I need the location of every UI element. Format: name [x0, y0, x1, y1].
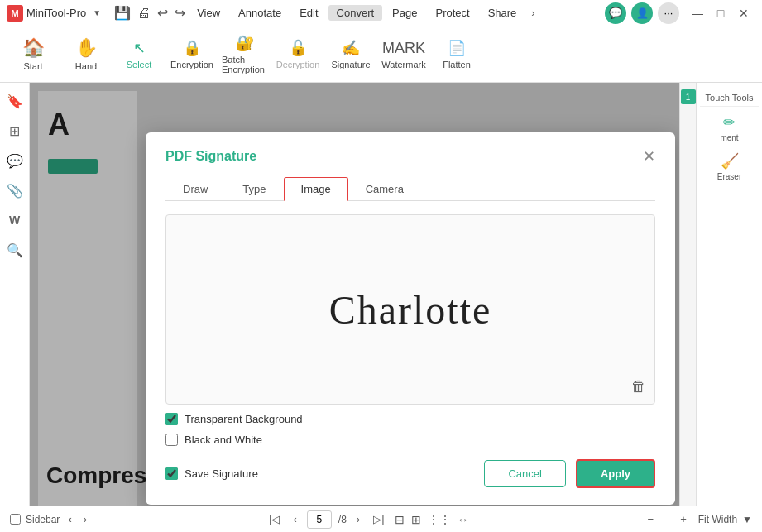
save-icon[interactable]: 💾	[114, 5, 131, 21]
signature-preview: Charlotte	[329, 287, 492, 333]
watermark-icon: MARK	[382, 40, 425, 57]
save-signature-label: Save Signature	[185, 467, 258, 480]
tool-start[interactable]: 🏠 Start	[7, 30, 60, 79]
view-icon-4[interactable]: ↔	[458, 513, 469, 526]
menu-protect[interactable]: Protect	[427, 5, 477, 21]
sidebar-attachments-icon[interactable]: 📎	[3, 179, 26, 202]
tool-watermark[interactable]: MARK Watermark	[377, 30, 430, 79]
app-logo: M	[7, 5, 23, 22]
tool-batch-encryption[interactable]: 🔐 Batch Encryption	[218, 30, 271, 79]
black-white-checkbox[interactable]	[165, 434, 178, 446]
save-sig-row: Save Signature	[165, 467, 484, 480]
menu-page[interactable]: Page	[384, 5, 425, 21]
minimize-button[interactable]: —	[686, 5, 709, 22]
last-page-button[interactable]: ▷|	[370, 511, 387, 527]
nav-next-page-btn[interactable]: ›	[80, 511, 90, 527]
tool-encryption[interactable]: 🔒 Encryption	[165, 30, 218, 79]
encryption-icon: 🔒	[183, 39, 201, 57]
dialog-footer: Save Signature Cancel Apply	[165, 459, 655, 488]
pdf-signature-dialog: PDF Signature ✕ Draw Type Image Camera C…	[146, 132, 675, 505]
dialog-close-button[interactable]: ✕	[643, 149, 655, 164]
cancel-button[interactable]: Cancel	[484, 460, 565, 487]
tool-hand[interactable]: ✋ Hand	[60, 30, 113, 79]
tool-signature-label: Signature	[331, 60, 370, 69]
status-bar-right: − — + Fit Width ▼	[645, 511, 752, 527]
undo-icon[interactable]: ↩	[157, 5, 168, 21]
view-icon-3[interactable]: ⋮⋮	[428, 513, 451, 526]
sidebar-checkbox[interactable]	[10, 514, 21, 525]
current-page-input[interactable]	[307, 510, 332, 529]
tool-flatten[interactable]: 📄 Flatten	[430, 30, 483, 79]
status-bar-center: |◁ ‹ /8 › ▷| ⊟ ⊞ ⋮⋮ ↔	[97, 510, 638, 529]
redo-icon[interactable]: ↪	[175, 5, 185, 21]
right-sidebar: Touch Tools ✏ ment 🧹 Eraser	[696, 83, 762, 506]
transparent-bg-checkbox[interactable]	[165, 413, 178, 425]
title-bar-icons: 💬 👤 ···	[605, 2, 679, 24]
tool-select[interactable]: ↖ Select	[113, 30, 165, 79]
zoom-label: Fit Width	[698, 514, 737, 525]
zoom-divider: —	[662, 514, 672, 525]
status-bar: Sidebar ‹ › |◁ ‹ /8 › ▷| ⊟ ⊞ ⋮⋮ ↔ − — + …	[0, 506, 762, 532]
menu-annotate[interactable]: Annotate	[230, 5, 290, 21]
sidebar-search-icon[interactable]: 🔍	[3, 238, 26, 261]
total-pages-label: /8	[338, 514, 347, 525]
zoom-in-button[interactable]: +	[677, 511, 690, 527]
page-number-badge: 1	[681, 89, 696, 104]
right-tool-ment[interactable]: ✏ ment	[700, 110, 759, 146]
save-signature-checkbox[interactable]	[165, 467, 178, 480]
app-title: MiniTool-Pro	[26, 7, 86, 19]
signature-icon: ✍	[342, 39, 360, 57]
close-button[interactable]: ✕	[732, 5, 755, 22]
menu-convert[interactable]: Convert	[328, 5, 383, 21]
tab-type[interactable]: Type	[225, 177, 283, 201]
tab-camera[interactable]: Camera	[348, 177, 421, 201]
menu-share[interactable]: Share	[480, 5, 525, 21]
maximize-button[interactable]: □	[709, 5, 732, 22]
right-tool-eraser-label: Eraser	[717, 172, 741, 181]
view-icon-2[interactable]: ⊞	[411, 513, 421, 526]
touch-tools-header: Touch Tools	[700, 89, 759, 107]
print-icon[interactable]: 🖨	[137, 6, 151, 21]
view-icon-1[interactable]: ⊟	[395, 513, 405, 526]
right-tool-eraser[interactable]: 🧹 Eraser	[700, 149, 759, 185]
delete-signature-icon[interactable]: 🗑	[631, 378, 646, 395]
pen-icon: ✏	[723, 113, 736, 132]
tool-signature[interactable]: ✍ Signature	[324, 30, 377, 79]
sidebar-label: Sidebar	[26, 514, 60, 525]
next-page-button[interactable]: ›	[353, 511, 363, 527]
menu-more[interactable]: ›	[526, 5, 539, 21]
sidebar-comments-icon[interactable]: 💬	[3, 149, 26, 172]
chat-icon[interactable]: ···	[658, 2, 679, 24]
zoom-dropdown-icon[interactable]: ▼	[742, 514, 752, 525]
comment-icon[interactable]: 💬	[605, 2, 626, 24]
black-white-label: Black and White	[185, 434, 262, 446]
menu-view[interactable]: View	[189, 5, 228, 21]
dialog-title: PDF Signature	[165, 149, 256, 164]
tool-watermark-label: Watermark	[381, 60, 425, 69]
title-bar: M MiniTool-Pro ▼ 💾 🖨 ↩ ↪ View Annotate E…	[0, 0, 762, 26]
transparent-bg-row: Transparent Background	[165, 413, 655, 425]
first-page-button[interactable]: |◁	[266, 511, 283, 527]
start-icon: 🏠	[22, 37, 45, 59]
apply-button[interactable]: Apply	[576, 459, 655, 488]
sidebar-bookmark-icon[interactable]: 🔖	[3, 89, 26, 113]
sidebar-w-icon[interactable]: W	[3, 208, 26, 232]
dialog-header: PDF Signature ✕	[165, 149, 655, 164]
tool-decryption[interactable]: 🔓 Decryption	[271, 30, 324, 79]
user-avatar[interactable]: 👤	[631, 2, 653, 24]
tab-draw[interactable]: Draw	[165, 177, 225, 201]
dialog-tabs: Draw Type Image Camera	[165, 177, 655, 201]
sidebar-pages-icon[interactable]: ⊞	[3, 119, 26, 142]
tool-batch-encryption-label: Batch Encryption	[222, 55, 268, 74]
status-bar-left: Sidebar ‹ ›	[10, 511, 90, 527]
flatten-icon: 📄	[448, 39, 466, 57]
nav-prev-page-btn[interactable]: ‹	[65, 511, 74, 527]
prev-page-button[interactable]: ‹	[290, 511, 300, 527]
menu-bar: View Annotate Edit Convert Page Protect …	[189, 5, 540, 21]
black-white-row: Black and White	[165, 434, 655, 446]
signature-canvas[interactable]: Charlotte 🗑	[165, 214, 655, 405]
tab-image[interactable]: Image	[284, 177, 348, 201]
zoom-out-button[interactable]: −	[645, 511, 658, 527]
menu-edit[interactable]: Edit	[291, 5, 326, 21]
dropdown-icon[interactable]: ▼	[93, 8, 101, 17]
